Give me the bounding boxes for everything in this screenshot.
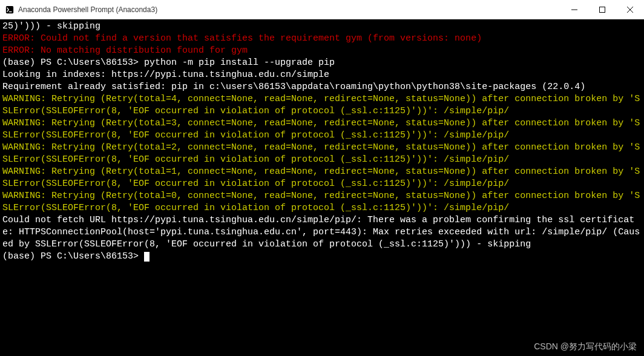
terminal-output[interactable]: 25)'))) - skippingERROR: Could not find … xyxy=(0,19,644,356)
svg-rect-3 xyxy=(600,7,605,13)
terminal-line: 25)'))) - skipping xyxy=(2,21,642,33)
terminal-line: (base) PS C:\Users\86153> xyxy=(2,251,642,263)
window-titlebar[interactable]: Anaconda Powershell Prompt (Anaconda3) xyxy=(0,0,644,19)
app-icon xyxy=(5,5,15,15)
terminal-line: Requirement already satisfied: pip in c:… xyxy=(2,81,642,93)
terminal-line: ERROR: Could not find a version that sat… xyxy=(2,33,642,45)
terminal-line: WARNING: Retrying (Retry(total=2, connec… xyxy=(2,142,642,166)
terminal-line: ERROR: No matching distribution found fo… xyxy=(2,45,642,57)
minimize-button[interactable] xyxy=(560,0,588,19)
window-controls xyxy=(560,0,644,19)
terminal-line: WARNING: Retrying (Retry(total=3, connec… xyxy=(2,117,642,142)
watermark-text: CSDN @努力写代码的小梁 xyxy=(534,341,637,352)
terminal-line: Looking in indexes: https://pypi.tuna.ts… xyxy=(2,69,642,81)
maximize-button[interactable] xyxy=(588,0,616,19)
window-title: Anaconda Powershell Prompt (Anaconda3) xyxy=(18,5,560,14)
terminal-line: WARNING: Retrying (Retry(total=0, connec… xyxy=(2,190,642,214)
svg-rect-0 xyxy=(6,5,13,13)
terminal-cursor xyxy=(144,252,150,262)
terminal-line: WARNING: Retrying (Retry(total=1, connec… xyxy=(2,166,642,190)
close-button[interactable] xyxy=(616,0,644,19)
terminal-line: Could not fetch URL https://pypi.tuna.ts… xyxy=(2,214,642,251)
terminal-line: WARNING: Retrying (Retry(total=4, connec… xyxy=(2,93,642,117)
terminal-line: (base) PS C:\Users\86153> python -m pip … xyxy=(2,57,642,69)
